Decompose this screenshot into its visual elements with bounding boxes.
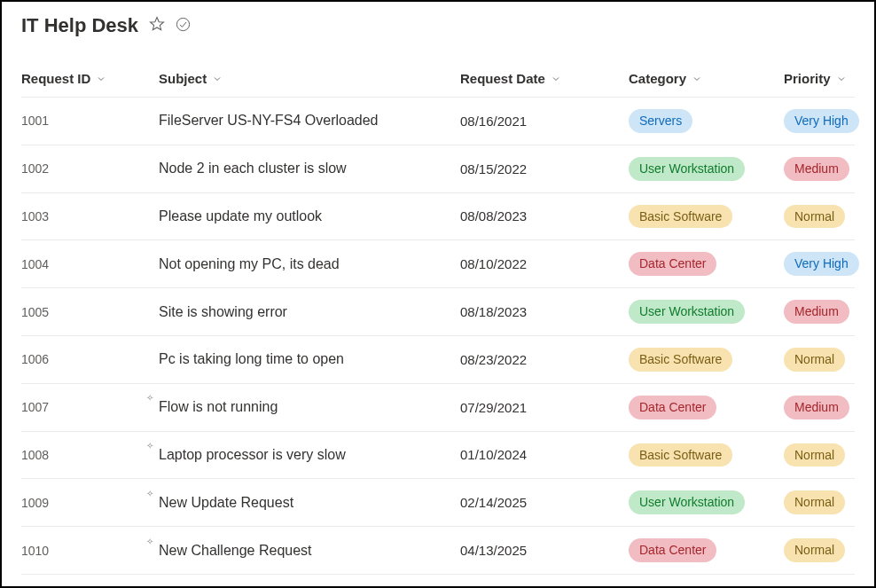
- table-row[interactable]: 1007✧Flow is not running07/29/2021Data C…: [21, 384, 855, 432]
- cell-category: Basic Software: [629, 443, 784, 467]
- table-row[interactable]: 1003Please update my outlook08/08/2023Ba…: [21, 193, 855, 241]
- category-pill: Data Center: [629, 538, 716, 562]
- subject-text: New Update Request: [159, 495, 293, 510]
- chevron-down-icon: [551, 74, 561, 84]
- subject-text: New Challenge Request: [159, 543, 312, 558]
- cell-subject: ✧New Update Request: [159, 495, 460, 511]
- table-row[interactable]: 1005Site is showing error08/18/2023User …: [21, 288, 855, 336]
- cell-request-id: 1008: [21, 448, 159, 462]
- subject-text: Node 2 in each cluster is slow: [159, 161, 347, 176]
- table-row[interactable]: 1001FileServer US-NY-FS4 Overloaded08/16…: [21, 98, 855, 145]
- table-row[interactable]: 1004Not opening my PC, its dead08/10/202…: [21, 240, 855, 288]
- category-pill: Basic Software: [629, 205, 732, 229]
- priority-pill: Normal: [784, 490, 845, 514]
- cell-subject: ✧Flow is not running: [159, 399, 460, 415]
- chevron-down-icon: [96, 74, 106, 84]
- cell-category: Data Center: [629, 538, 784, 562]
- cell-request-date: 04/13/2025: [460, 543, 629, 558]
- column-label: Subject: [159, 71, 207, 86]
- table-row[interactable]: 1009✧New Update Request02/14/2025User Wo…: [21, 479, 855, 527]
- cell-category: Basic Software: [629, 348, 784, 372]
- chevron-down-icon: [212, 74, 223, 84]
- column-header-request-date[interactable]: Request Date: [460, 71, 629, 86]
- column-header-priority[interactable]: Priority: [784, 71, 859, 86]
- new-indicator-icon: ✧: [146, 537, 153, 546]
- priority-pill: Medium: [784, 157, 849, 181]
- table-row[interactable]: 1006Pc is taking long time to open08/23/…: [21, 336, 855, 384]
- cell-subject: Please update my outlook: [159, 208, 460, 224]
- priority-pill: Normal: [784, 538, 845, 562]
- category-pill: User Workstation: [629, 300, 745, 324]
- cell-subject: FileServer US-NY-FS4 Overloaded: [159, 113, 460, 129]
- page-title: IT Help Desk: [21, 14, 138, 37]
- new-indicator-icon: ✧: [146, 442, 153, 451]
- category-pill: Basic Software: [629, 443, 732, 467]
- column-label: Request ID: [21, 71, 90, 86]
- cell-priority: Normal: [784, 443, 859, 467]
- column-header-subject[interactable]: Subject: [159, 71, 460, 86]
- cell-priority: Normal: [784, 205, 859, 229]
- cell-subject: Not opening my PC, its dead: [159, 256, 460, 272]
- cell-request-id: 1005: [21, 305, 159, 319]
- table-row[interactable]: 1008✧Laptop processor is very slow01/10/…: [21, 432, 855, 480]
- table-header-row: Request ID Subject Request Date Category…: [21, 71, 855, 98]
- column-label: Priority: [784, 71, 831, 86]
- cell-request-date: 08/10/2022: [460, 256, 629, 271]
- priority-pill: Normal: [784, 443, 845, 467]
- cell-request-date: 08/15/2022: [460, 161, 629, 176]
- priority-pill: Normal: [784, 348, 845, 372]
- category-pill: Data Center: [629, 252, 716, 276]
- cell-request-date: 02/14/2025: [460, 495, 629, 510]
- chevron-down-icon: [836, 74, 847, 84]
- category-pill: User Workstation: [629, 157, 745, 181]
- priority-pill: Very High: [784, 252, 859, 276]
- priority-pill: Medium: [784, 396, 849, 419]
- title-row: IT Help Desk: [21, 14, 855, 37]
- chevron-down-icon: [692, 74, 702, 84]
- cell-category: Data Center: [629, 396, 784, 419]
- category-pill: Data Center: [629, 396, 716, 419]
- cell-category: User Workstation: [629, 490, 784, 514]
- cell-subject: Node 2 in each cluster is slow: [159, 161, 460, 176]
- cell-priority: Normal: [784, 348, 859, 372]
- favorite-star-icon[interactable]: [149, 16, 165, 35]
- svg-marker-0: [151, 18, 164, 30]
- category-pill: Servers: [629, 109, 692, 133]
- cell-category: Basic Software: [629, 205, 784, 229]
- cell-request-date: 08/23/2022: [460, 352, 629, 367]
- cell-request-date: 08/16/2021: [460, 114, 629, 129]
- cell-priority: Normal: [784, 538, 859, 562]
- subject-text: FileServer US-NY-FS4 Overloaded: [159, 113, 379, 128]
- cell-request-date: 08/08/2023: [460, 208, 629, 223]
- category-pill: Basic Software: [629, 348, 732, 372]
- table-row[interactable]: 1010✧New Challenge Request04/13/2025Data…: [21, 527, 855, 575]
- cell-category: User Workstation: [629, 157, 784, 181]
- cell-request-id: 1001: [21, 114, 159, 128]
- requests-table: Request ID Subject Request Date Category…: [21, 71, 855, 575]
- subject-text: Please update my outlook: [159, 208, 322, 223]
- cell-subject: ✧New Challenge Request: [159, 543, 460, 559]
- priority-pill: Normal: [784, 205, 845, 229]
- category-pill: User Workstation: [629, 490, 745, 514]
- column-header-category[interactable]: Category: [629, 71, 784, 86]
- priority-pill: Very High: [784, 109, 859, 133]
- cell-category: Data Center: [629, 252, 784, 276]
- cell-priority: Medium: [784, 300, 859, 324]
- subject-text: Laptop processor is very slow: [159, 447, 346, 462]
- check-circle-icon[interactable]: [176, 17, 191, 35]
- subject-text: Pc is taking long time to open: [159, 351, 344, 366]
- column-label: Request Date: [460, 71, 545, 86]
- cell-category: User Workstation: [629, 300, 784, 324]
- cell-request-id: 1003: [21, 209, 159, 223]
- column-header-request-id[interactable]: Request ID: [21, 71, 159, 86]
- cell-priority: Medium: [784, 396, 859, 419]
- cell-priority: Normal: [784, 490, 859, 514]
- cell-request-id: 1004: [21, 257, 159, 271]
- cell-request-id: 1009: [21, 496, 159, 510]
- table-row[interactable]: 1002Node 2 in each cluster is slow08/15/…: [21, 145, 855, 193]
- cell-subject: Site is showing error: [159, 304, 460, 320]
- cell-priority: Very High: [784, 109, 859, 133]
- new-indicator-icon: ✧: [146, 394, 153, 403]
- cell-request-date: 07/29/2021: [460, 400, 629, 415]
- cell-priority: Medium: [784, 157, 859, 181]
